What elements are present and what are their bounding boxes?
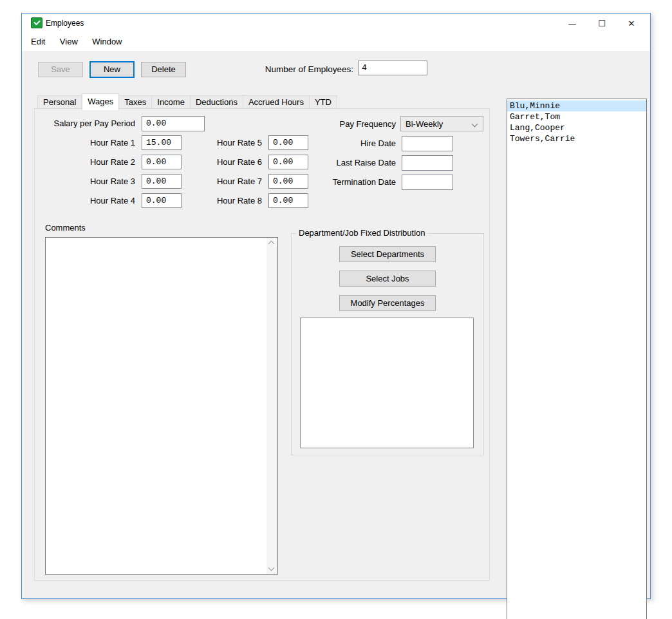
scroll-down-icon[interactable] [268,565,275,571]
pay-frequency-select[interactable]: Bi-Weekly [400,116,483,131]
comments-label: Comments [45,223,86,233]
employee-count-field[interactable]: 4 [358,61,427,75]
salary-per-pay-period-label: Salary per Pay Period [35,119,135,128]
select-departments-button[interactable]: Select Departments [339,246,436,262]
hour-rate-7-label: Hour Rate 7 [209,176,262,186]
employees-window: Employees — ☐ ✕ Edit View Window Save Ne… [21,13,651,599]
pay-frequency-label: Pay Frequency [279,119,396,129]
hour-rate-1-field[interactable]: 15.00 [142,135,182,150]
employee-list-item[interactable]: Blu,Minnie [507,100,646,111]
tab-ytd[interactable]: YTD [310,95,337,109]
hire-date-field[interactable] [402,136,453,151]
maximize-icon[interactable]: ☐ [587,14,617,33]
employees-app-icon [31,17,42,28]
menu-window[interactable]: Window [86,33,127,51]
comments-textarea[interactable] [45,237,278,575]
menu-view[interactable]: View [54,33,84,51]
title-bar: Employees — ☐ ✕ [22,14,650,33]
chevron-down-icon [472,121,478,128]
tab-wages[interactable]: Wages [82,93,119,110]
hire-date-label: Hire Date [279,138,396,148]
new-button[interactable]: New [89,61,135,78]
hour-rate-8-field[interactable]: 0.00 [268,193,308,208]
tab-strip: Personal Wages Taxes Income Deductions A… [37,93,337,109]
scroll-up-icon[interactable] [268,241,275,247]
hour-rate-2-field[interactable]: 0.00 [142,155,182,169]
hour-rate-4-label: Hour Rate 4 [35,196,135,205]
hour-rate-5-label: Hour Rate 5 [209,138,262,148]
client-area: Save New Delete Number of Employees: 4 P… [22,51,650,598]
hour-rate-6-label: Hour Rate 6 [209,157,262,167]
modify-percentages-button[interactable]: Modify Percentages [339,295,436,311]
pay-frequency-value: Bi-Weekly [406,119,443,129]
menu-bar: Edit View Window [22,33,650,51]
window-controls: — ☐ ✕ [557,14,646,33]
tab-deductions[interactable]: Deductions [191,95,243,109]
hour-rate-8-label: Hour Rate 8 [209,196,262,205]
delete-button[interactable]: Delete [141,62,186,77]
tab-taxes[interactable]: Taxes [119,95,152,109]
tab-personal[interactable]: Personal [37,95,82,109]
hour-rate-3-label: Hour Rate 3 [35,176,135,186]
distribution-group-label: Department/Job Fixed Distribution [296,228,428,238]
salary-per-pay-period-field[interactable]: 0.00 [142,116,205,131]
wages-tab-panel: Salary per Pay Period 0.00 Hour Rate 1 1… [34,108,490,581]
close-icon[interactable]: ✕ [617,14,646,33]
distribution-groupbox: Department/Job Fixed Distribution Select… [291,233,484,455]
employee-list-item[interactable]: Towers,Carrie [507,133,646,144]
employee-list-item[interactable]: Lang,Cooper [507,122,646,133]
last-raise-date-field[interactable] [402,155,453,171]
select-jobs-button[interactable]: Select Jobs [339,271,436,287]
hour-rate-4-field[interactable]: 0.00 [142,193,182,208]
tab-income[interactable]: Income [152,95,191,109]
hour-rate-3-field[interactable]: 0.00 [142,174,182,189]
tab-accrued-hours[interactable]: Accrued Hours [243,95,310,109]
save-button[interactable]: Save [38,62,83,77]
hour-rate-2-label: Hour Rate 2 [35,157,135,167]
window-title: Employees [46,19,84,28]
menu-edit[interactable]: Edit [25,33,51,51]
employee-listbox[interactable]: Blu,Minnie Garret,Tom Lang,Cooper Towers… [507,99,647,619]
hour-rate-1-label: Hour Rate 1 [35,138,135,148]
termination-date-label: Termination Date [279,177,396,187]
employee-list-item[interactable]: Garret,Tom [507,111,646,122]
termination-date-field[interactable] [402,175,453,190]
distribution-listbox[interactable] [300,318,474,448]
comments-scrollbar[interactable] [266,238,277,574]
minimize-icon[interactable]: — [557,14,587,33]
last-raise-date-label: Last Raise Date [279,158,396,167]
employee-count-label: Number of Employees: [189,64,353,74]
